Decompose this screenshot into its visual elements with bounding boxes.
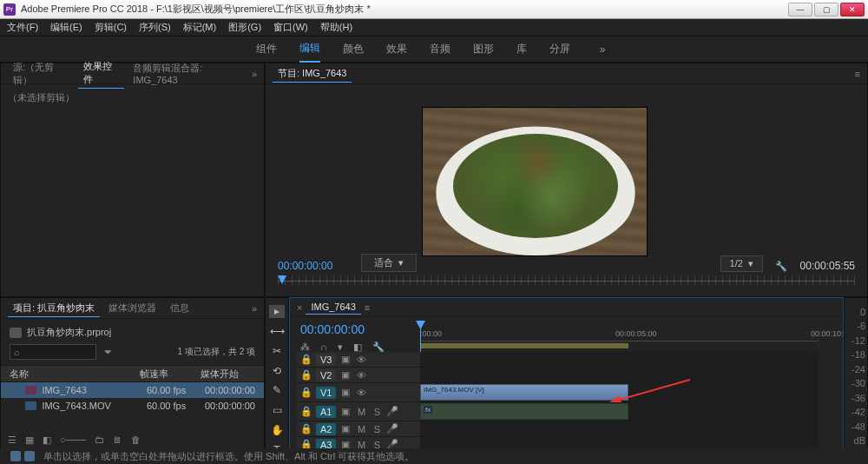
new-bin-icon[interactable]: 🗀 — [95, 434, 104, 446]
status-icons — [10, 451, 35, 461]
solo-button[interactable]: S — [371, 407, 383, 417]
timeline-tab[interactable]: IMG_7643 — [306, 300, 360, 315]
track-v3[interactable]: 🔒V3▣👁 — [297, 352, 819, 368]
project-item-sequence[interactable]: IMG_7643 60.00 fps 00:00:00:00 — [1, 382, 264, 398]
status-text: 单击以选择，或单击空白处并拖动以进行框选。使用 Shift、Alt 和 Ctrl… — [43, 450, 414, 463]
menu-marker[interactable]: 标记(M) — [183, 21, 217, 34]
menu-sequence[interactable]: 序列(S) — [139, 21, 171, 34]
lock-icon[interactable]: 🔒 — [300, 354, 312, 365]
eye-icon[interactable]: 👁 — [355, 388, 367, 398]
track-select-tool[interactable]: ⟷ — [269, 325, 285, 338]
ws-effects[interactable]: 效果 — [386, 36, 407, 62]
track-v2[interactable]: 🔒V2▣👁 — [297, 368, 819, 383]
status-bar: 单击以选择，或单击空白处并拖动以进行框选。使用 Shift、Alt 和 Ctrl… — [0, 448, 868, 464]
toggle-output-icon[interactable]: ▣ — [339, 354, 352, 365]
view-list-icon[interactable]: ☰ — [8, 434, 16, 446]
close-button[interactable]: ✕ — [840, 3, 865, 17]
window-title: Adobe Premiere Pro CC 2018 - F:\1影视区\视频号… — [21, 3, 788, 16]
tools-panel: ▸ ⟷ ✂ ⟲ ✎ ▭ ✋ T — [265, 297, 289, 464]
slip-tool[interactable]: ✎ — [269, 384, 285, 397]
tab-effect-controls[interactable]: 效果控件 — [78, 58, 124, 89]
col-header-start[interactable]: 媒体开始 — [201, 368, 255, 381]
timeline-timecode[interactable]: 00:00:00:00 — [300, 322, 365, 336]
project-item-clip[interactable]: IMG_7643.MOV 60.00 fps 00:00:00:00 — [1, 398, 264, 414]
delete-icon[interactable]: 🗑 — [131, 434, 141, 446]
timeline-ruler[interactable]: :00:00 00:00:05:00 00:00:10:00 — [420, 322, 819, 348]
tab-program[interactable]: 节目: IMG_7643 — [273, 65, 352, 83]
eye-icon[interactable]: 👁 — [355, 355, 367, 365]
program-video-display[interactable] — [422, 107, 648, 256]
tab-media-browser[interactable]: 媒体浏览器 — [103, 300, 161, 316]
meter-scale: 0-6-12 -18-24-30 -36-42-48 dB — [846, 307, 865, 446]
project-selection-label: 1 项已选择，共 2 项 — [178, 346, 255, 358]
program-scrub-bar[interactable] — [278, 275, 855, 286]
menu-help[interactable]: 帮助(H) — [320, 21, 352, 34]
program-fit-dropdown[interactable]: 适合 ▾ — [361, 254, 417, 272]
project-filter-icon[interactable]: ⏷ — [103, 347, 113, 357]
razor-tool[interactable]: ⟲ — [269, 364, 285, 377]
tab-project[interactable]: 项目: 扒豆角炒肉末 — [8, 300, 100, 317]
ws-libraries[interactable]: 库 — [516, 36, 527, 62]
toggle-output-icon[interactable]: ▣ — [339, 369, 352, 381]
program-panel-menu-icon[interactable]: ≡ — [855, 69, 860, 79]
tab-info[interactable]: 信息 — [165, 300, 194, 316]
toggle-output-icon[interactable]: ▣ — [339, 406, 352, 417]
program-monitor-panel: 节目: IMG_7643 ≡ 00:00:00:00 适合 ▾ 1/2 ▾ 🔧 … — [265, 63, 868, 297]
toggle-output-icon[interactable]: ▣ — [339, 423, 352, 434]
pen-tool[interactable]: ▭ — [269, 404, 285, 417]
timeline-clip-audio[interactable]: fx — [420, 403, 628, 420]
new-item-icon[interactable]: 🗎 — [113, 434, 122, 446]
minimize-button[interactable]: — — [788, 3, 812, 17]
eye-icon[interactable]: 👁 — [355, 370, 367, 381]
menu-file[interactable]: 文件(F) — [7, 21, 38, 34]
mute-button[interactable]: M — [355, 407, 367, 417]
project-name-row: 扒豆角炒肉末.prproj — [1, 322, 264, 342]
track-a2[interactable]: 🔒A2▣MS🎤 — [297, 421, 819, 437]
project-bin-icon — [10, 328, 22, 338]
col-header-fps[interactable]: 帧速率 — [140, 368, 201, 381]
menu-clip[interactable]: 剪辑(C) — [95, 21, 127, 34]
program-settings-icon[interactable]: 🔧 — [775, 261, 787, 272]
track-v1[interactable]: 🔒V1▣👁 IMG_7643.MOV [V] — [297, 383, 819, 402]
panel-menu-icon[interactable]: » — [252, 69, 257, 79]
project-panel-overflow-icon[interactable]: » — [252, 303, 257, 314]
ws-overflow[interactable]: » — [593, 43, 613, 56]
voiceover-icon[interactable]: 🎤 — [386, 423, 398, 434]
menu-window[interactable]: 窗口(W) — [273, 21, 308, 34]
program-resolution-dropdown[interactable]: 1/2 ▾ — [720, 255, 763, 272]
col-header-name[interactable]: 名称 — [10, 368, 140, 381]
timeline-work-area[interactable] — [420, 343, 628, 348]
ws-color[interactable]: 颜色 — [343, 36, 364, 62]
timeline-panel: × IMG_7643 ≡ 00:00:00:00 ⁂ ∩ ▾ ◧ 🔧 :00:0… — [289, 297, 844, 464]
view-icon-icon[interactable]: ▦ — [25, 434, 34, 446]
maximize-button[interactable]: ▢ — [814, 3, 838, 17]
effect-controls-body: （未选择剪辑） — [1, 84, 264, 111]
tab-audio-mixer[interactable]: 音频剪辑混合器: IMG_7643 — [128, 60, 248, 87]
solo-button[interactable]: S — [371, 424, 383, 434]
lock-icon[interactable]: 🔒 — [300, 369, 312, 381]
lock-icon[interactable]: 🔒 — [300, 387, 312, 398]
mute-button[interactable]: M — [355, 424, 367, 434]
menu-edit[interactable]: 编辑(E) — [50, 21, 82, 34]
tab-source[interactable]: 源:（无剪辑） — [8, 59, 75, 89]
view-freeform-icon[interactable]: ◧ — [43, 434, 51, 446]
track-a1[interactable]: 🔒A1▣MS🎤 fx — [297, 402, 819, 421]
voiceover-icon[interactable]: 🎤 — [386, 406, 398, 417]
ripple-tool[interactable]: ✂ — [269, 345, 285, 358]
lock-icon[interactable]: 🔒 — [300, 423, 312, 434]
menu-graphics[interactable]: 图形(G) — [228, 21, 261, 34]
ws-audio[interactable]: 音频 — [430, 36, 450, 62]
project-panel: 项目: 扒豆角炒肉末 媒体浏览器 信息 » 扒豆角炒肉末.prproj ⌕ ⏷ … — [0, 297, 265, 464]
toggle-output-icon[interactable]: ▣ — [339, 387, 352, 398]
zoom-slider[interactable]: ○─── — [60, 434, 86, 446]
lock-icon[interactable]: 🔒 — [300, 406, 312, 417]
timeline-clip-video[interactable]: IMG_7643.MOV [V] — [420, 384, 628, 401]
ws-assembly[interactable]: 组件 — [256, 36, 277, 62]
ws-graphics[interactable]: 图形 — [473, 36, 494, 62]
project-search-input[interactable]: ⌕ — [10, 344, 96, 360]
hand-tool[interactable]: ✋ — [269, 424, 285, 437]
program-timecode[interactable]: 00:00:00:00 — [278, 260, 332, 272]
ws-editing[interactable]: 编辑 — [299, 36, 320, 63]
ws-split[interactable]: 分屏 — [549, 36, 570, 62]
status-icon — [10, 451, 21, 461]
